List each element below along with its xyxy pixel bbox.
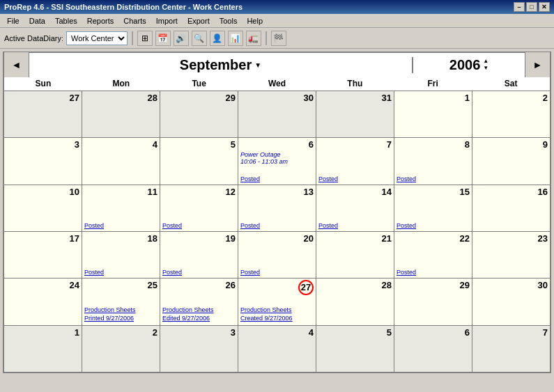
cell-posted-7[interactable]: Posted: [318, 175, 338, 182]
day-number: 28: [84, 93, 157, 103]
cell-posted-18[interactable]: Posted: [84, 269, 104, 276]
cell-sep-14[interactable]: 14 Posted: [316, 185, 394, 231]
toolbar-icon-chart[interactable]: 📊: [228, 31, 243, 46]
month-dropdown-icon[interactable]: ▼: [254, 61, 261, 69]
cell-sep-12[interactable]: 12 Posted: [160, 185, 238, 231]
toolbar-icon-grid[interactable]: ⊞: [137, 31, 153, 46]
cell-posted-11[interactable]: Posted: [84, 222, 104, 229]
cell-sep-30[interactable]: 30: [472, 279, 550, 324]
cell-oct-2[interactable]: 2: [82, 326, 160, 372]
cell-aug-29[interactable]: 29: [160, 91, 238, 137]
day-number: 28: [318, 280, 392, 290]
cell-aug-31[interactable]: 31: [316, 91, 394, 137]
cell-sep-29[interactable]: 29: [394, 279, 472, 324]
cell-posted-13[interactable]: Posted: [240, 222, 260, 229]
header-sat: Sat: [472, 77, 550, 91]
cell-sep-23[interactable]: 23: [472, 232, 550, 278]
toolbar-icon-speaker[interactable]: 🔊: [174, 31, 189, 46]
year-up-button[interactable]: ▲: [483, 58, 488, 65]
cell-sep-26[interactable]: 26 Production SheetsEdited 9/27/2006: [160, 279, 238, 324]
close-button[interactable]: ✕: [539, 2, 550, 12]
day-number: 24: [6, 280, 79, 290]
cell-sep-5[interactable]: 5: [160, 138, 238, 184]
toolbar-icon-calendar[interactable]: 📅: [155, 31, 171, 46]
day-number: 30: [475, 280, 548, 290]
cell-aug-30[interactable]: 30: [238, 91, 316, 137]
cell-oct-7[interactable]: 7: [472, 326, 550, 372]
menu-help[interactable]: Help: [243, 15, 267, 26]
year-down-button[interactable]: ▼: [483, 65, 488, 72]
cell-sep-10[interactable]: 10: [4, 185, 82, 231]
menu-reports[interactable]: Reports: [83, 15, 118, 26]
cell-aug-28[interactable]: 28: [82, 91, 160, 137]
prev-month-button[interactable]: ◄: [4, 52, 29, 77]
cell-oct-5[interactable]: 5: [316, 326, 394, 372]
menu-import[interactable]: Import: [152, 15, 182, 26]
cell-sep-2[interactable]: 2: [472, 91, 550, 137]
day-headers: Sun Mon Tue Wed Thu Fri Sat: [3, 77, 551, 91]
cell-sep-6[interactable]: 6 Power Outage10:06 - 11:03 am Posted: [238, 138, 316, 184]
cell-sep-9[interactable]: 9: [472, 138, 550, 184]
cell-sep-11[interactable]: 11 Posted: [82, 185, 160, 231]
cell-note-26[interactable]: Production SheetsEdited 9/27/2006: [162, 306, 214, 322]
cell-sep-22[interactable]: 22 Posted: [394, 232, 472, 278]
cell-sep-15[interactable]: 15 Posted: [394, 185, 472, 231]
cell-sep-18[interactable]: 18 Posted: [82, 232, 160, 278]
menu-data[interactable]: Data: [25, 15, 49, 26]
cell-sep-8[interactable]: 8 Posted: [394, 138, 472, 184]
cell-sep-21[interactable]: 21: [316, 232, 394, 278]
toolbar-icon-person[interactable]: 👤: [210, 31, 225, 46]
cell-sep-1[interactable]: 1: [394, 91, 472, 137]
menu-tools[interactable]: Tools: [215, 15, 242, 26]
calendar-nav: ◄ September ▼ 2006 ▲ ▼ ►: [3, 52, 551, 77]
cell-posted-15[interactable]: Posted: [397, 222, 416, 229]
year-arrows: ▲ ▼: [483, 58, 488, 72]
next-month-button[interactable]: ►: [525, 52, 550, 77]
day-number: 4: [84, 139, 157, 150]
menu-charts[interactable]: Charts: [119, 15, 150, 26]
cell-posted-12[interactable]: Posted: [162, 222, 182, 229]
cell-note-25[interactable]: Production SheetsPrinted 9/27/2006: [84, 306, 136, 322]
month-label: September: [180, 57, 252, 73]
cell-posted-22[interactable]: Posted: [397, 269, 416, 276]
toolbar-icon-flag[interactable]: 🏁: [271, 31, 286, 46]
cell-sep-25[interactable]: 25 Production SheetsPrinted 9/27/2006: [82, 279, 160, 324]
cell-oct-3[interactable]: 3: [160, 326, 238, 372]
cell-sep-27[interactable]: 27 Production SheetsCreated 9/27/2006: [238, 279, 316, 324]
cell-sep-4[interactable]: 4: [82, 138, 160, 184]
cell-posted-14[interactable]: Posted: [318, 222, 338, 229]
menu-file[interactable]: File: [3, 15, 24, 26]
cell-sep-3[interactable]: 3: [4, 138, 82, 184]
toolbar-icon-search[interactable]: 🔍: [192, 31, 207, 46]
cell-posted-20[interactable]: Posted: [240, 269, 260, 276]
header-fri: Fri: [394, 77, 472, 91]
cell-oct-4[interactable]: 4: [238, 326, 316, 372]
cell-sep-7[interactable]: 7 Posted: [316, 138, 394, 184]
cell-sep-28[interactable]: 28: [316, 279, 394, 324]
cell-posted-19[interactable]: Posted: [162, 269, 182, 276]
cell-sep-17[interactable]: 17: [4, 232, 82, 278]
header-wed: Wed: [238, 77, 316, 91]
menu-export[interactable]: Export: [183, 15, 214, 26]
cell-posted-8[interactable]: Posted: [397, 175, 416, 182]
cell-sep-24[interactable]: 24: [4, 279, 82, 324]
cell-oct-1[interactable]: 1: [4, 326, 82, 372]
menu-tables[interactable]: Tables: [51, 15, 82, 26]
day-number: 21: [318, 233, 392, 244]
cell-note-27[interactable]: Production SheetsCreated 9/27/2006: [240, 306, 293, 322]
cell-posted-6[interactable]: Posted: [240, 175, 260, 182]
maximize-button[interactable]: □: [526, 2, 537, 12]
cell-sep-13[interactable]: 13 Posted: [238, 185, 316, 231]
day-number: 25: [84, 280, 157, 290]
cell-sep-20[interactable]: 20 Posted: [238, 232, 316, 278]
day-number: 16: [475, 187, 548, 197]
cell-sep-19[interactable]: 19 Posted: [160, 232, 238, 278]
day-number: 1: [397, 93, 470, 103]
cell-aug-27[interactable]: 27: [4, 91, 82, 137]
toolbar-separator-2: [266, 31, 267, 45]
cell-sep-16[interactable]: 16: [472, 185, 550, 231]
datadiary-select[interactable]: Work Center: [66, 31, 128, 45]
toolbar-icon-truck[interactable]: 🚛: [246, 31, 261, 46]
cell-oct-6[interactable]: 6: [394, 326, 472, 372]
minimize-button[interactable]: –: [514, 2, 525, 12]
